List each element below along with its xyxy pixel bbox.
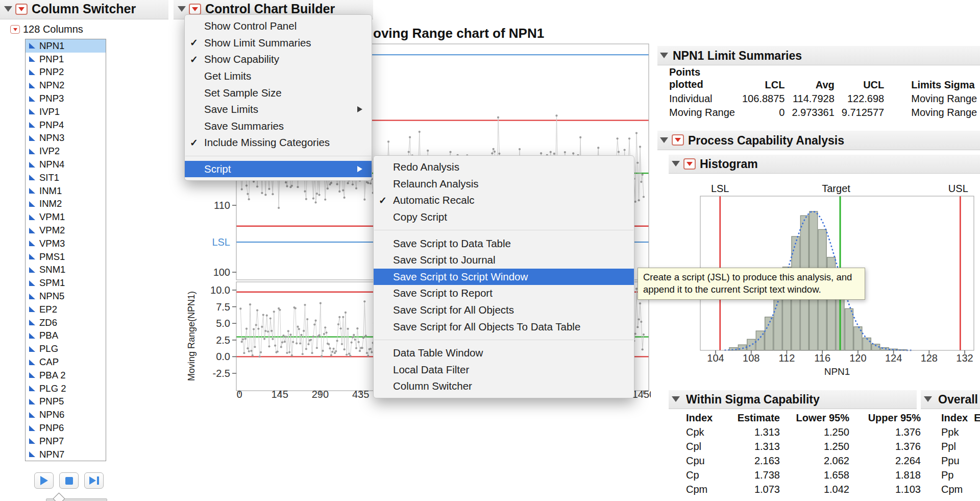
column-item-ivp2[interactable]: IVP2 (26, 145, 106, 158)
red-triangle-menu-icon[interactable] (672, 134, 684, 146)
column-item-ep2[interactable]: EP2 (26, 303, 106, 316)
disclosure-triangle-icon[interactable] (4, 6, 12, 12)
disclosure-triangle-icon[interactable] (672, 396, 680, 402)
svg-text:104: 104 (707, 352, 724, 364)
table-row: Cpm (938, 482, 980, 496)
column-item-pnp5[interactable]: PNP5 (26, 395, 106, 409)
play-button[interactable] (34, 472, 54, 489)
disclosure-triangle-icon[interactable] (178, 6, 186, 12)
limit-summaries-title: NPN1 Limit Summaries (673, 49, 802, 63)
column-item-pba-2[interactable]: PBA 2 (26, 369, 106, 382)
column-item-pnp2[interactable]: PNP2 (26, 66, 106, 79)
menu-separator (374, 230, 633, 230)
menu-item-local-data-filter[interactable]: Local Data Filter (374, 362, 634, 378)
menu-item-save-summaries[interactable]: Save Summaries (185, 118, 372, 135)
menu-item-save-script-to-journal[interactable]: Save Script to Journal (374, 252, 634, 269)
tooltip: Create a script (JSL) to produce this an… (638, 268, 865, 300)
script-submenu: Redo AnalysisRelaunch Analysis✓Automatic… (373, 155, 634, 398)
continuous-column-icon (29, 253, 36, 260)
svg-text:0: 0 (236, 389, 242, 400)
continuous-column-icon (29, 398, 36, 405)
menu-item-set-sample-size[interactable]: Set Sample Size (185, 84, 372, 101)
menu-item-data-table-window[interactable]: Data Table Window (374, 345, 634, 362)
column-item-pnp3[interactable]: PNP3 (26, 92, 106, 105)
menu-item-copy-script[interactable]: Copy Script (374, 209, 634, 226)
continuous-column-icon (29, 122, 36, 128)
column-item-npn4[interactable]: NPN4 (26, 158, 106, 171)
column-item-npn3[interactable]: NPN3 (26, 132, 106, 145)
limit-summaries-table: PointsplottedLCLAvgUCLLimits SigmaIndivi… (666, 65, 980, 120)
menu-item-save-script-to-report[interactable]: Save Script to Report (374, 285, 634, 302)
menu-item-automatic-recalc[interactable]: ✓Automatic Recalc (374, 192, 634, 209)
table-row: Individual106.8875114.7928122.698Moving … (666, 92, 980, 106)
svg-text:Target: Target (822, 183, 850, 194)
column-item-npn7[interactable]: NPN7 (26, 448, 106, 461)
stop-button[interactable] (59, 472, 79, 489)
column-item-npn1[interactable]: NPN1 (26, 39, 106, 53)
column-item-pnp7[interactable]: PNP7 (26, 435, 106, 448)
capability-section-title: Process Capability Analysis (688, 134, 844, 148)
menu-item-save-script-to-data-table[interactable]: Save Script to Data Table (374, 235, 634, 252)
column-list[interactable]: NPN1PNP1PNP2NPN2PNP3IVP1PNP4NPN3IVP2NPN4… (25, 39, 106, 461)
menu-item-column-switcher[interactable]: Column Switcher (374, 378, 634, 395)
disclosure-triangle-icon[interactable] (660, 137, 668, 143)
column-item-sit1[interactable]: SIT1 (26, 171, 106, 184)
red-triangle-menu-icon[interactable] (189, 4, 201, 15)
menu-item-show-limit-summaries[interactable]: ✓Show Limit Summaries (185, 35, 372, 52)
column-item-npn6[interactable]: NPN6 (26, 408, 106, 421)
col-header: Points (666, 65, 739, 78)
continuous-column-icon (29, 148, 36, 155)
speed-slider-thumb[interactable] (53, 492, 65, 501)
svg-text:0.0: 0.0 (216, 351, 230, 362)
menu-item-include-missing-categories[interactable]: ✓Include Missing Categories (185, 134, 372, 151)
stop-icon (65, 477, 73, 485)
svg-text:112: 112 (778, 352, 795, 364)
menu-item-get-limits[interactable]: Get Limits (185, 68, 372, 85)
column-item-plg-2[interactable]: PLG 2 (26, 382, 106, 395)
disclosure-triangle-icon[interactable] (660, 53, 668, 58)
continuous-column-icon (29, 451, 36, 458)
column-item-pba[interactable]: PBA (26, 329, 106, 343)
step-button[interactable] (84, 472, 104, 489)
column-item-vpm2[interactable]: VPM2 (26, 224, 106, 237)
menu-item-save-script-to-script-window[interactable]: Save Script to Script Window (374, 269, 634, 285)
column-item-plg[interactable]: PLG (26, 342, 106, 355)
column-item-npn5[interactable]: NPN5 (26, 290, 106, 303)
svg-text:10.0: 10.0 (210, 284, 230, 296)
column-item-zd6[interactable]: ZD6 (26, 316, 106, 329)
disclosure-triangle-icon[interactable] (924, 396, 932, 402)
continuous-column-icon (29, 372, 36, 378)
table-row: Moving Range02.9733619.712577Moving Rang… (666, 106, 980, 120)
column-item-pnp1[interactable]: PNP1 (26, 53, 106, 66)
column-item-pnp6[interactable]: PNP6 (26, 421, 106, 435)
column-item-cap[interactable]: CAP (26, 355, 106, 369)
menu-item-save-script-for-all-objects[interactable]: Save Script for All Objects (374, 302, 634, 319)
column-item-vpm3[interactable]: VPM3 (26, 237, 106, 250)
menu-item-show-capability[interactable]: ✓Show Capability (185, 51, 372, 68)
jmp-window: { "colors":{"menu_highlight":"#3875d6","… (0, 0, 980, 501)
red-triangle-menu-icon[interactable] (15, 4, 28, 15)
column-item-ivp1[interactable]: IVP1 (26, 105, 106, 118)
menu-item-show-control-panel[interactable]: Show Control Panel (185, 18, 372, 35)
red-triangle-menu-icon[interactable] (683, 158, 696, 170)
continuous-column-icon (29, 82, 36, 89)
column-item-spm1[interactable]: SPM1 (26, 276, 106, 290)
menu-item-script[interactable]: Script (185, 161, 372, 178)
menu-item-save-script-for-all-objects-to-data-table[interactable]: Save Script for All Objects To Data Tabl… (374, 318, 634, 335)
menu-item-redo-analysis[interactable]: Redo Analysis (374, 159, 634, 176)
disclosure-triangle-icon[interactable] (672, 161, 680, 166)
column-item-npn2[interactable]: NPN2 (26, 79, 106, 92)
menu-item-save-limits[interactable]: Save Limits (185, 101, 372, 118)
svg-text:145: 145 (272, 389, 288, 400)
column-item-snm1[interactable]: SNM1 (26, 264, 106, 277)
column-item-pnp4[interactable]: PNP4 (26, 118, 106, 132)
column-item-inm1[interactable]: INM1 (26, 184, 106, 198)
col-header: Index (938, 411, 971, 425)
column-item-vpm1[interactable]: VPM1 (26, 210, 106, 224)
column-item-pms1[interactable]: PMS1 (26, 250, 106, 264)
column-item-inm2[interactable]: INM2 (26, 198, 106, 211)
red-triangle-menu-icon[interactable] (10, 25, 20, 34)
svg-text:110: 110 (214, 200, 230, 211)
menu-item-relaunch-analysis[interactable]: Relaunch Analysis (374, 176, 634, 193)
svg-text:5.0: 5.0 (216, 318, 230, 329)
